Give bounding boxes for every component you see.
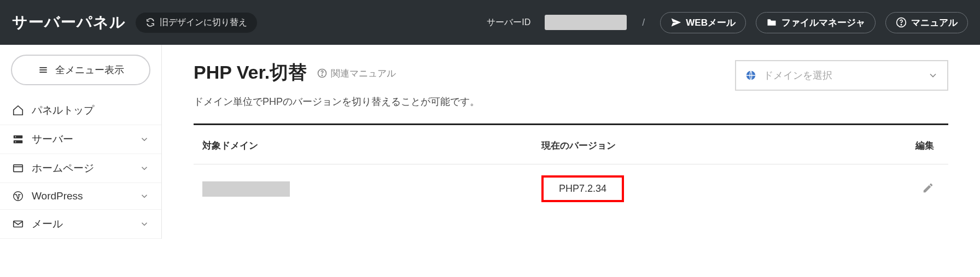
chevron-down-icon bbox=[928, 70, 938, 81]
col-header-version: 現在のバージョン bbox=[525, 139, 798, 152]
domain-value bbox=[202, 181, 290, 197]
old-design-label: 旧デザインに切り替え bbox=[160, 17, 247, 28]
chevron-down-icon bbox=[139, 134, 149, 144]
wordpress-icon bbox=[12, 190, 24, 202]
sidebar-item-label: メール bbox=[32, 217, 63, 231]
folder-icon bbox=[766, 17, 777, 28]
server-id-label: サーバーID bbox=[487, 17, 530, 28]
php-version-value: PHP7.2.34 bbox=[541, 175, 624, 202]
paper-plane-icon bbox=[670, 17, 681, 28]
home-icon bbox=[12, 104, 24, 116]
main-content: PHP Ver.切替 関連マニュアル ドメイン単位でPHPのバージョンを切り替え… bbox=[162, 45, 980, 239]
manual-label: マニュアル bbox=[911, 16, 958, 29]
sidebar-item-panel-top[interactable]: パネルトップ bbox=[0, 96, 161, 125]
webmail-button[interactable]: WEBメール bbox=[660, 12, 746, 33]
svg-point-14 bbox=[322, 75, 323, 75]
domain-select-placeholder: ドメインを選択 bbox=[763, 69, 832, 82]
domain-cell bbox=[202, 181, 525, 197]
sidebar-item-label: パネルトップ bbox=[32, 103, 94, 117]
slash-separator: / bbox=[642, 17, 645, 28]
col-header-edit: 編集 bbox=[798, 139, 940, 152]
filemanager-label: ファイルマネージャ bbox=[781, 16, 865, 29]
chevron-down-icon bbox=[139, 191, 149, 201]
svg-rect-6 bbox=[14, 140, 23, 144]
help-icon bbox=[317, 68, 328, 79]
sidebar-item-label: サーバー bbox=[32, 132, 73, 146]
col-header-domain: 対象ドメイン bbox=[202, 139, 525, 152]
sidebar-item-label: ホームページ bbox=[32, 161, 94, 175]
domain-select[interactable]: ドメインを選択 bbox=[735, 60, 948, 91]
sidebar: 全メニュー表示 パネルトップ サーバー ホームページ WordPress メール bbox=[0, 45, 162, 239]
svg-point-1 bbox=[901, 25, 901, 25]
table-row: PHP7.2.34 bbox=[194, 164, 948, 213]
global-header: サーバーパネル 旧デザインに切り替え サーバーID / WEBメール ファイルマ… bbox=[0, 0, 980, 45]
server-id-value bbox=[545, 15, 627, 30]
related-manual-label: 関連マニュアル bbox=[331, 67, 396, 80]
mail-icon bbox=[12, 218, 24, 230]
manual-button[interactable]: マニュアル bbox=[885, 12, 968, 33]
app-title: サーバーパネル bbox=[12, 12, 126, 33]
all-menu-button[interactable]: 全メニュー表示 bbox=[11, 55, 150, 85]
edit-cell bbox=[798, 182, 940, 196]
page-title: PHP Ver.切替 bbox=[194, 60, 307, 85]
chevron-down-icon bbox=[139, 163, 149, 173]
version-cell: PHP7.2.34 bbox=[525, 175, 798, 202]
server-icon bbox=[12, 133, 24, 145]
help-icon bbox=[896, 17, 907, 28]
svg-rect-5 bbox=[14, 135, 23, 139]
svg-point-7 bbox=[15, 137, 16, 138]
filemanager-button[interactable]: ファイルマネージャ bbox=[756, 12, 876, 33]
svg-point-8 bbox=[15, 142, 16, 143]
chevron-down-icon bbox=[139, 219, 149, 229]
window-icon bbox=[12, 162, 24, 174]
pencil-icon[interactable] bbox=[922, 182, 934, 194]
table-header-row: 対象ドメイン 現在のバージョン 編集 bbox=[194, 125, 948, 164]
svg-rect-9 bbox=[14, 165, 23, 172]
sidebar-item-label: WordPress bbox=[32, 190, 83, 202]
sidebar-item-wordpress[interactable]: WordPress bbox=[0, 183, 161, 210]
related-manual-link[interactable]: 関連マニュアル bbox=[317, 67, 396, 80]
old-design-button[interactable]: 旧デザインに切り替え bbox=[136, 13, 257, 33]
page-description: ドメイン単位でPHPのバージョンを切り替えることが可能です。 bbox=[194, 95, 480, 108]
all-menu-label: 全メニュー表示 bbox=[55, 63, 124, 76]
sidebar-item-homepage[interactable]: ホームページ bbox=[0, 154, 161, 183]
sidebar-item-server[interactable]: サーバー bbox=[0, 125, 161, 154]
sidebar-item-mail[interactable]: メール bbox=[0, 210, 161, 239]
sync-icon bbox=[145, 17, 155, 27]
globe-icon bbox=[745, 69, 757, 81]
webmail-label: WEBメール bbox=[686, 16, 736, 29]
hamburger-icon bbox=[38, 64, 49, 75]
